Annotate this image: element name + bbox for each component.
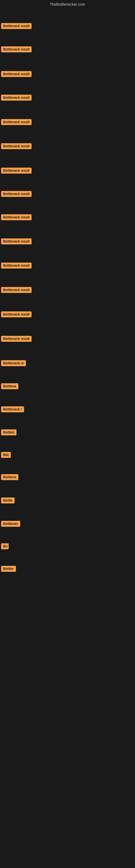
bottleneck-item-9: Bottleneck result xyxy=(1,214,32,221)
bottleneck-badge-19: Bot xyxy=(1,452,11,458)
bottleneck-item-14: Bottleneck result xyxy=(1,336,32,343)
bottleneck-item-13: Bottleneck result xyxy=(1,311,32,318)
bottleneck-item-2: Bottleneck result xyxy=(1,46,32,54)
bottleneck-item-16: Bottlene xyxy=(1,383,18,390)
bottleneck-badge-6: Bottleneck result xyxy=(1,143,32,149)
bottleneck-item-17: Bottleneck r xyxy=(1,406,24,413)
site-title: TheBottlenecker.com xyxy=(0,0,135,8)
bottleneck-item-8: Bottleneck result xyxy=(1,191,32,198)
bottleneck-badge-4: Bottleneck result xyxy=(1,95,32,101)
bottleneck-item-6: Bottleneck result xyxy=(1,143,32,150)
bottleneck-badge-2: Bottleneck result xyxy=(1,46,32,52)
bottleneck-item-18: Bottlen xyxy=(1,429,16,436)
bottleneck-badge-9: Bottleneck result xyxy=(1,214,32,220)
bottleneck-badge-17: Bottleneck r xyxy=(1,406,24,412)
bottleneck-badge-12: Bottleneck result xyxy=(1,287,32,293)
bottleneck-badge-22: Bottlenec xyxy=(1,521,20,527)
bottleneck-item-24: Bottler xyxy=(1,566,16,573)
bottleneck-badge-10: Bottleneck result xyxy=(1,239,32,244)
bottleneck-item-7: Bottleneck result xyxy=(1,167,32,175)
bottleneck-item-5: Bottleneck result xyxy=(1,119,32,126)
bottleneck-item-3: Bottleneck result xyxy=(1,71,32,78)
bottleneck-item-11: Bottleneck result xyxy=(1,262,32,270)
bottleneck-item-12: Bottleneck result xyxy=(1,287,32,294)
bottleneck-item-10: Bottleneck result xyxy=(1,239,32,246)
bottleneck-badge-13: Bottleneck result xyxy=(1,311,32,317)
bottleneck-badge-11: Bottleneck result xyxy=(1,262,32,269)
bottleneck-item-15: Bottleneck re xyxy=(1,360,26,367)
bottleneck-badge-14: Bottleneck result xyxy=(1,336,32,342)
bottleneck-badge-3: Bottleneck result xyxy=(1,71,32,77)
bottleneck-item-22: Bottlenec xyxy=(1,521,20,528)
bottleneck-item-21: Bottle xyxy=(1,497,14,504)
bottleneck-item-23: Bo xyxy=(1,543,9,550)
bottleneck-item-1: Bottleneck result xyxy=(1,23,32,30)
bottleneck-badge-24: Bottler xyxy=(1,566,16,572)
bottleneck-badge-21: Bottle xyxy=(1,497,14,503)
bottleneck-badge-5: Bottleneck result xyxy=(1,119,32,125)
bottleneck-item-19: Bot xyxy=(1,452,11,459)
bottleneck-badge-8: Bottleneck result xyxy=(1,191,32,197)
bottleneck-item-4: Bottleneck result xyxy=(1,95,32,102)
bottleneck-badge-7: Bottleneck result xyxy=(1,167,32,174)
bottleneck-badge-23: Bo xyxy=(1,543,9,549)
bottleneck-item-20: Bottlene xyxy=(1,474,18,481)
bottleneck-badge-16: Bottlene xyxy=(1,383,18,389)
bottleneck-badge-20: Bottlene xyxy=(1,474,18,480)
bottleneck-badge-15: Bottleneck re xyxy=(1,360,26,366)
bottleneck-badge-18: Bottlen xyxy=(1,429,16,435)
bottleneck-badge-1: Bottleneck result xyxy=(1,23,32,29)
